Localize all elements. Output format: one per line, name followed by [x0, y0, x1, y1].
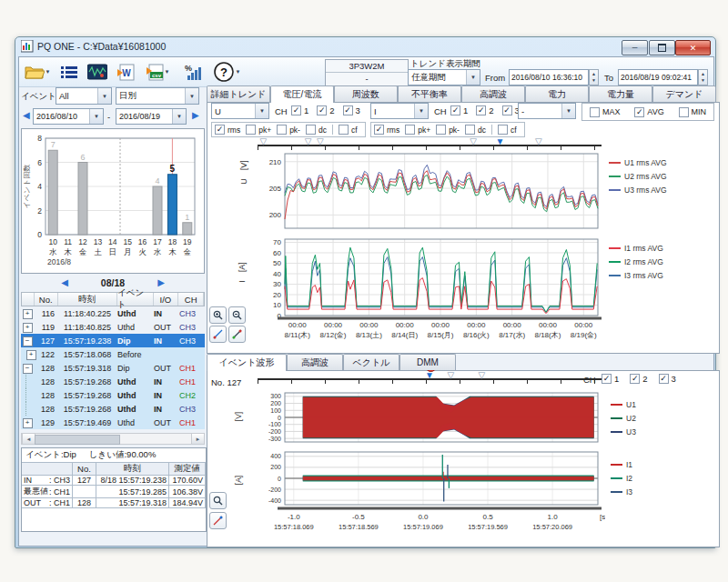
tab-イベント波形[interactable]: イベント波形 — [207, 354, 287, 371]
hollow-marker[interactable]: ▽ — [260, 137, 268, 146]
event-col-header[interactable]: I/O — [154, 293, 179, 306]
export-csv-button[interactable]: csv ▼ — [141, 60, 174, 84]
to-spinner[interactable]: ▲▼ — [698, 69, 708, 85]
date-to-select[interactable]: 2016/08/19▼ — [116, 108, 187, 125]
event-col-header[interactable]: No. — [35, 293, 58, 306]
help-dropdown[interactable]: ▼ — [236, 69, 241, 75]
checkbox-3[interactable]: ✓3 — [659, 374, 676, 384]
u-trend-chart[interactable]: 200205210 — [248, 150, 605, 234]
next-range-arrow[interactable]: ▶ — [192, 111, 199, 120]
open-folder-button[interactable]: ▼ — [23, 60, 52, 84]
scroll-right-arrow[interactable]: ► — [191, 434, 204, 444]
chevron-down-icon[interactable]: ▼ — [97, 88, 111, 104]
checkbox-1[interactable]: ✓1 — [450, 105, 468, 115]
event-list-button[interactable] — [57, 60, 81, 84]
next-day-arrow[interactable]: ▶ — [157, 278, 165, 287]
tab-DMM[interactable]: DMM — [399, 354, 456, 370]
date-from-select[interactable]: 2016/08/10▼ — [33, 108, 104, 125]
export-csv-dropdown[interactable]: ▼ — [165, 69, 170, 75]
minimize-button[interactable]: ─ — [622, 40, 648, 55]
hollow-marker[interactable]: ▽ — [448, 371, 455, 380]
event-row-116[interactable]: +11611:18:40.225UthdINCH3 — [21, 306, 205, 320]
hollow-marker[interactable]: ▽ — [479, 371, 486, 380]
filled-marker[interactable]: ▼ — [495, 137, 504, 146]
prev-range-arrow[interactable]: ◀ — [23, 111, 30, 120]
tab-電圧/電流[interactable]: 電圧/電流 — [270, 85, 334, 103]
from-datetime-input[interactable]: 2016/08/10 16:36:10 — [509, 69, 589, 85]
checkbox-dc[interactable]: dc — [465, 125, 486, 135]
tree-expand-icon[interactable]: − — [23, 364, 33, 374]
checkbox-2[interactable]: ✓2 — [476, 105, 493, 115]
event-table-hscrollbar[interactable]: ◄ ► — [21, 433, 205, 445]
event-row-129[interactable]: +12915:57:19.469UthdOUTCH1 — [21, 416, 205, 429]
checkbox-pk+[interactable]: pk+ — [246, 125, 271, 135]
event-filter-select[interactable]: All▼ — [56, 87, 112, 105]
chevron-down-icon[interactable]: ▼ — [89, 109, 103, 124]
i-item-select[interactable]: I▼ — [370, 103, 429, 119]
i-trend-chart[interactable]: 01020304050607000:008/11(木)00:008/12(金)0… — [248, 236, 605, 348]
from-spinner[interactable]: ▲▼ — [589, 69, 599, 85]
checkbox-MAX[interactable]: MAX — [590, 107, 621, 117]
checkbox-rms[interactable]: ✓rms — [374, 125, 399, 135]
period-select[interactable]: 任意期間▼ — [408, 69, 480, 85]
zoom-out-button[interactable] — [228, 306, 246, 324]
tab-電力量[interactable]: 電力量 — [589, 85, 652, 102]
scroll-left-arrow[interactable]: ◄ — [22, 434, 35, 444]
chevron-down-icon[interactable]: ▼ — [466, 70, 480, 85]
event-col-header[interactable]: イベント — [117, 293, 154, 306]
tab-不平衡率[interactable]: 不平衡率 — [398, 85, 461, 102]
event-row-119[interactable]: +11911:18:40.825UthdOUTCH3 — [21, 320, 205, 334]
cursor-b-button[interactable] — [228, 326, 246, 343]
waveform-view-button[interactable] — [85, 60, 110, 84]
checkbox-MIN[interactable]: MIN — [679, 107, 707, 117]
open-folder-dropdown[interactable]: ▼ — [46, 69, 51, 75]
tab-詳細トレンド[interactable]: 詳細トレンド — [207, 85, 270, 102]
checkbox-cf[interactable]: cf — [498, 125, 517, 135]
hollow-marker[interactable]: ▽ — [535, 137, 542, 146]
checkbox-1[interactable]: ✓1 — [291, 105, 308, 115]
chevron-down-icon[interactable]: ▼ — [185, 88, 198, 104]
help-button[interactable]: ? ▼ — [210, 60, 243, 84]
checkbox-3[interactable]: ✓3 — [343, 105, 360, 115]
checkbox-cf[interactable]: cf — [339, 125, 358, 135]
maximize-button[interactable] — [649, 40, 675, 55]
checkbox-AVG[interactable]: ✓AVG — [634, 107, 663, 117]
event-row-128[interactable]: 12815:57:19.268UthdINCH1 — [21, 375, 205, 388]
percent-graph-button[interactable]: % — [179, 60, 205, 84]
event-col-header[interactable]: CH — [178, 293, 204, 306]
close-button[interactable]: ✕ — [675, 40, 711, 55]
title-bar[interactable]: PQ ONE - C:¥Data¥16081000 ─ ✕ — [15, 37, 715, 56]
checkbox-dc[interactable]: dc — [306, 125, 327, 135]
tree-expand-icon[interactable]: + — [26, 350, 36, 360]
tab-高調波[interactable]: 高調波 — [287, 354, 343, 370]
chevron-down-icon[interactable]: ▼ — [255, 104, 268, 118]
event-col-header[interactable] — [22, 293, 35, 306]
chevron-down-icon[interactable]: ▼ — [414, 104, 428, 118]
tree-expand-icon[interactable]: − — [23, 336, 33, 346]
chevron-down-icon[interactable]: ▼ — [561, 104, 575, 118]
tree-expand-icon[interactable]: + — [23, 309, 33, 319]
event-row-122[interactable]: +12215:57:18.068Before — [21, 347, 205, 361]
hollow-marker[interactable]: ▽ — [317, 137, 324, 146]
event-col-header[interactable]: 時刻 — [58, 293, 117, 306]
event-histogram-panel[interactable]: 710水11木612金13土14日15月16火417水518木119金02468… — [21, 128, 205, 274]
checkbox-pk-[interactable]: pk- — [277, 125, 300, 135]
filled-marker[interactable]: ▼ — [425, 371, 434, 380]
tree-expand-icon[interactable]: + — [23, 418, 33, 428]
i-waveform-chart[interactable]: 4002000-200-400-1.015:57:18.069-0.515:57… — [248, 448, 605, 537]
tab-ベクトル[interactable]: ベクトル — [343, 354, 399, 370]
event-row-128[interactable]: 12815:57:19.268UthdINCH2 — [21, 388, 205, 402]
checkbox-3[interactable]: ✓3 — [502, 105, 520, 115]
u-item-select[interactable]: U▼ — [211, 103, 269, 119]
wave-zoom-button[interactable] — [209, 492, 227, 509]
tab-電力[interactable]: 電力 — [525, 85, 589, 102]
prev-day-arrow[interactable]: ◀ — [61, 278, 68, 287]
u-waveform-chart[interactable]: 3002001000-100-200-300 — [248, 390, 605, 447]
checkbox-rms[interactable]: ✓rms — [215, 125, 240, 135]
tab-デマンド[interactable]: デマンド — [652, 85, 716, 102]
hollow-marker[interactable]: ▽ — [470, 137, 477, 146]
checkbox-pk+[interactable]: pk+ — [405, 125, 430, 135]
zoom-in-button[interactable] — [209, 306, 227, 324]
checkbox-1[interactable]: ✓1 — [602, 374, 619, 384]
hollow-marker[interactable]: ▽ — [305, 137, 312, 146]
